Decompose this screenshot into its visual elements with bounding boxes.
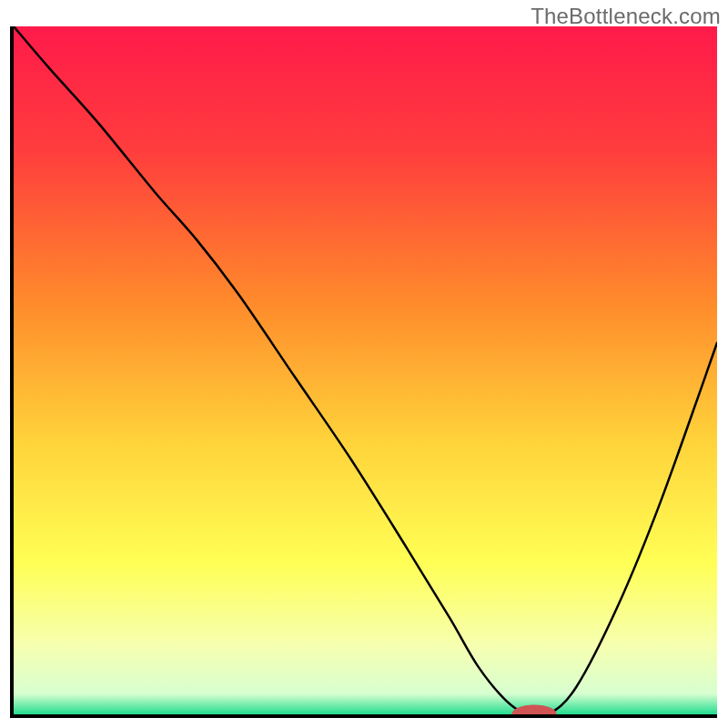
gradient-background [14, 26, 717, 714]
watermark-text: TheBottleneck.com [531, 4, 721, 29]
chart-svg [14, 26, 717, 714]
chart-container: TheBottleneck.com [0, 0, 728, 728]
